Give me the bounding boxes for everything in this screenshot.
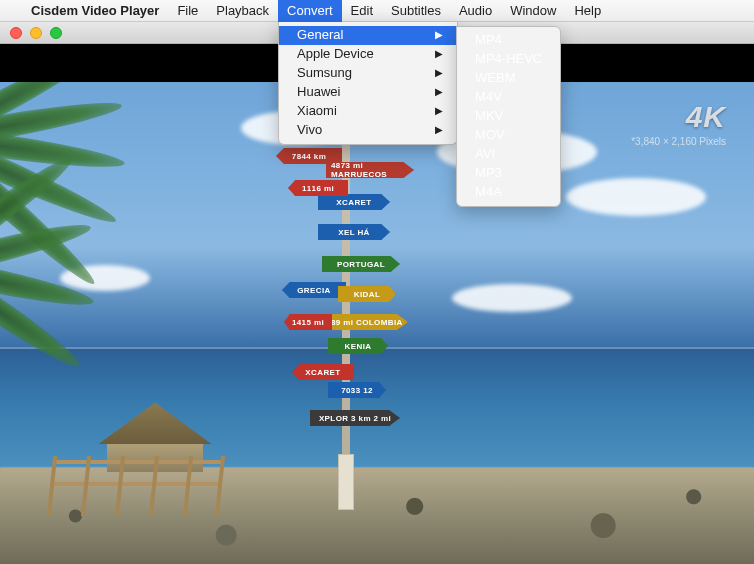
app-name-menu[interactable]: Cisdem Video Player <box>22 3 168 18</box>
format-mkv[interactable]: MKV <box>457 107 560 126</box>
resolution-overlay: 4K *3,840 × 2,160 Pixels <box>631 100 726 147</box>
format-m4a[interactable]: M4A <box>457 183 560 202</box>
menu-convert[interactable]: Convert General ▶ MP4 MP4-HEVC WEBM M4V … <box>278 0 342 22</box>
minimize-window-button[interactable] <box>30 27 42 39</box>
signpost-decor: 1251 km 8592 mi8592 mi7844 km4873 mi MAR… <box>298 90 392 510</box>
video-viewport[interactable]: 1251 km 8592 mi8592 mi7844 km4873 mi MAR… <box>0 82 754 564</box>
direction-sign: XEL HÁ <box>318 224 390 240</box>
convert-item-vivo[interactable]: Vivo ▶ <box>279 121 457 140</box>
convert-item-huawei[interactable]: Huawei ▶ <box>279 83 457 102</box>
railing-decor <box>47 456 223 516</box>
general-submenu: MP4 MP4-HEVC WEBM M4V MKV MOV AVI MP3 M4… <box>456 26 561 207</box>
menu-convert-label: Convert <box>287 3 333 18</box>
direction-sign: 1415 mi <box>284 314 332 330</box>
format-mov[interactable]: MOV <box>457 126 560 145</box>
convert-item-general[interactable]: General ▶ MP4 MP4-HEVC WEBM M4V MKV MOV … <box>279 26 457 45</box>
direction-sign: PORTUGAL <box>322 256 400 272</box>
direction-sign: GRECIA <box>282 282 346 298</box>
cloud-decor <box>452 284 572 312</box>
direction-sign: KIDAL <box>338 286 396 302</box>
format-webm[interactable]: WEBM <box>457 69 560 88</box>
direction-sign: XCARET <box>292 364 354 380</box>
resolution-badge: 4K <box>631 100 726 134</box>
close-window-button[interactable] <box>10 27 22 39</box>
direction-sign: KENIA <box>328 338 388 354</box>
menu-help[interactable]: Help <box>565 0 610 22</box>
convert-item-apple[interactable]: Apple Device ▶ <box>279 45 457 64</box>
direction-sign: 1116 mi <box>288 180 348 196</box>
palm-decor <box>0 92 190 392</box>
cloud-decor <box>566 178 706 216</box>
menu-audio[interactable]: Audio <box>450 0 501 22</box>
format-avi[interactable]: AVI <box>457 145 560 164</box>
format-mp3[interactable]: MP3 <box>457 164 560 183</box>
direction-sign: XCARET <box>318 194 390 210</box>
convert-dropdown: General ▶ MP4 MP4-HEVC WEBM M4V MKV MOV … <box>278 22 458 145</box>
convert-item-xiaomi[interactable]: Xiaomi ▶ <box>279 102 457 121</box>
menu-window[interactable]: Window <box>501 0 565 22</box>
format-mp4-hevc[interactable]: MP4-HEVC <box>457 50 560 69</box>
convert-item-vivo-label: Vivo <box>297 119 322 141</box>
menu-file[interactable]: File <box>168 0 207 22</box>
chevron-right-icon: ▶ <box>435 119 443 141</box>
direction-sign: 7844 km <box>276 148 342 164</box>
direction-sign: 7033 12 <box>328 382 386 398</box>
window-controls <box>0 27 62 39</box>
menu-edit[interactable]: Edit <box>342 0 382 22</box>
menu-playback[interactable]: Playback <box>207 0 278 22</box>
format-m4v[interactable]: M4V <box>457 88 560 107</box>
chevron-right-icon: ▶ <box>435 24 443 46</box>
zoom-window-button[interactable] <box>50 27 62 39</box>
format-mp4[interactable]: MP4 <box>457 31 560 50</box>
menu-bar: Cisdem Video Player File Playback Conver… <box>0 0 754 22</box>
menu-subtitles[interactable]: Subtitles <box>382 0 450 22</box>
convert-item-sumsung[interactable]: Sumsung ▶ <box>279 64 457 83</box>
direction-sign: XPLOR 3 km 2 mi <box>310 410 400 426</box>
direction-sign: 4873 mi MARRUECOS <box>326 162 414 178</box>
resolution-label: *3,840 × 2,160 Pixels <box>631 136 726 147</box>
convert-item-general-label: General <box>297 24 343 46</box>
